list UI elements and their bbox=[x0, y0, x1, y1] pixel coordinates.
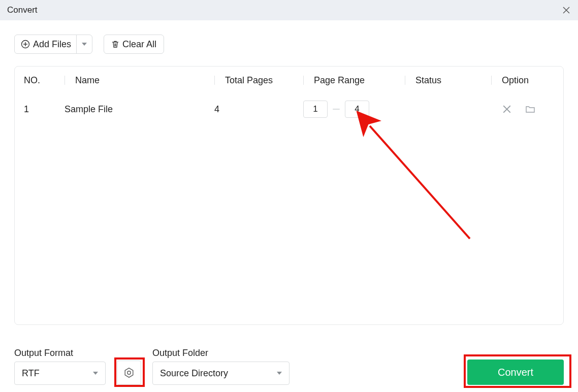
window-title: Convert bbox=[7, 5, 38, 15]
cell-option bbox=[491, 104, 557, 115]
page-from-input[interactable] bbox=[303, 101, 328, 118]
page-to-input[interactable] bbox=[345, 101, 369, 118]
cell-page-range bbox=[303, 101, 405, 118]
chevron-down-icon bbox=[93, 372, 98, 375]
convert-button-label: Convert bbox=[498, 367, 533, 378]
folder-icon bbox=[525, 105, 535, 114]
chevron-down-icon bbox=[277, 372, 282, 375]
add-files-label: Add Files bbox=[33, 39, 71, 50]
trash-icon bbox=[111, 40, 119, 48]
output-format-group: Output Format RTF bbox=[14, 348, 106, 385]
plus-circle-icon bbox=[21, 40, 30, 49]
table-row: 1 Sample File 4 bbox=[15, 94, 563, 124]
titlebar: Convert bbox=[0, 0, 578, 20]
clear-all-button[interactable]: Clear All bbox=[104, 35, 164, 54]
remove-row-button[interactable] bbox=[501, 104, 512, 115]
th-total-pages: Total Pages bbox=[214, 75, 303, 86]
convert-button[interactable]: Convert bbox=[467, 360, 564, 385]
open-folder-button[interactable] bbox=[525, 104, 536, 115]
output-folder-value: Source Directory bbox=[160, 368, 228, 379]
footer: Output Format RTF Output Folder Source D… bbox=[0, 348, 578, 385]
add-files-dropdown-toggle[interactable] bbox=[76, 35, 92, 53]
output-folder-label: Output Folder bbox=[152, 348, 290, 358]
close-button[interactable] bbox=[561, 5, 572, 16]
output-folder-group: Output Folder Source Directory bbox=[152, 348, 290, 385]
cell-no: 1 bbox=[24, 104, 65, 115]
x-icon bbox=[502, 105, 511, 114]
output-format-select[interactable]: RTF bbox=[14, 362, 106, 385]
th-name: Name bbox=[65, 75, 214, 86]
file-table: NO. Name Total Pages Page Range Status O… bbox=[14, 66, 564, 325]
th-status: Status bbox=[405, 75, 491, 86]
svg-marker-9 bbox=[125, 368, 133, 377]
cell-total-pages: 4 bbox=[214, 104, 303, 115]
output-format-value: RTF bbox=[22, 368, 40, 379]
toolbar: Add Files Clear All bbox=[0, 20, 578, 61]
format-settings-button[interactable] bbox=[117, 361, 141, 385]
svg-point-10 bbox=[127, 371, 131, 374]
gear-icon bbox=[123, 367, 135, 378]
add-files-button[interactable]: Add Files bbox=[14, 35, 92, 54]
cell-name: Sample File bbox=[65, 104, 214, 115]
th-option: Option bbox=[491, 75, 557, 86]
close-icon bbox=[562, 6, 570, 14]
clear-all-label: Clear All bbox=[122, 39, 156, 50]
output-folder-select[interactable]: Source Directory bbox=[152, 362, 290, 385]
range-dash-icon bbox=[333, 109, 340, 110]
th-no: NO. bbox=[24, 75, 65, 86]
table-header-row: NO. Name Total Pages Page Range Status O… bbox=[15, 67, 563, 94]
th-page-range: Page Range bbox=[303, 75, 405, 86]
chevron-down-icon bbox=[82, 43, 87, 46]
output-format-label: Output Format bbox=[14, 348, 106, 358]
